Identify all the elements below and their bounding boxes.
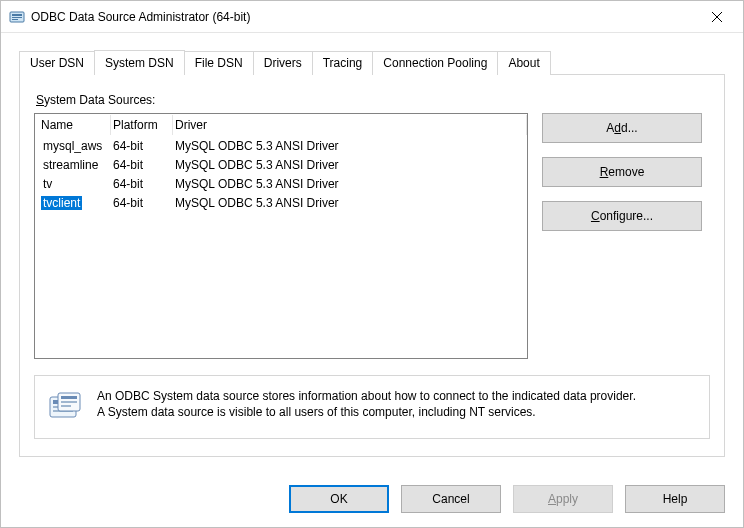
- cancel-button[interactable]: Cancel: [401, 485, 501, 513]
- svg-rect-1: [12, 14, 22, 16]
- window-title: ODBC Data Source Administrator (64-bit): [31, 10, 695, 24]
- cell-platform: 64-bit: [111, 177, 173, 191]
- main-row: Name Platform Driver mysql_aws 64-bit My…: [34, 113, 710, 359]
- cell-name: tv: [41, 177, 54, 191]
- cell-driver: MySQL ODBC 5.3 ANSI Driver: [173, 158, 527, 172]
- info-line2: A System data source is visible to all u…: [97, 404, 636, 420]
- tab-connection-pooling[interactable]: Connection Pooling: [372, 51, 498, 75]
- apply-button[interactable]: Apply: [513, 485, 613, 513]
- cell-platform: 64-bit: [111, 196, 173, 210]
- close-button[interactable]: [695, 2, 739, 32]
- cell-platform: 64-bit: [111, 139, 173, 153]
- remove-button[interactable]: Remove: [542, 157, 702, 187]
- tabstrip: User DSN System DSN File DSN Drivers Tra…: [19, 49, 725, 74]
- cell-driver: MySQL ODBC 5.3 ANSI Driver: [173, 177, 527, 191]
- close-icon: [712, 12, 722, 22]
- section-label: System Data Sources:: [36, 93, 710, 107]
- datasource-icon: [47, 390, 83, 426]
- header-name[interactable]: Name: [39, 115, 111, 135]
- info-text: An ODBC System data source stores inform…: [97, 388, 636, 420]
- help-button[interactable]: Help: [625, 485, 725, 513]
- dsn-listbox[interactable]: Name Platform Driver mysql_aws 64-bit My…: [34, 113, 528, 359]
- cell-name: streamline: [41, 158, 100, 172]
- table-row[interactable]: mysql_aws 64-bit MySQL ODBC 5.3 ANSI Dri…: [35, 136, 527, 155]
- svg-rect-13: [61, 405, 71, 407]
- svg-rect-3: [12, 19, 18, 20]
- tab-file-dsn[interactable]: File DSN: [184, 51, 254, 75]
- titlebar: ODBC Data Source Administrator (64-bit): [1, 1, 743, 33]
- list-header: Name Platform Driver: [35, 114, 527, 136]
- tab-system-dsn[interactable]: System DSN: [94, 50, 185, 75]
- tab-tracing[interactable]: Tracing: [312, 51, 374, 75]
- svg-rect-12: [61, 401, 77, 403]
- list-rows: mysql_aws 64-bit MySQL ODBC 5.3 ANSI Dri…: [35, 136, 527, 212]
- svg-rect-11: [61, 396, 77, 399]
- tab-user-dsn[interactable]: User DSN: [19, 51, 95, 75]
- info-line1: An ODBC System data source stores inform…: [97, 388, 636, 404]
- table-row[interactable]: streamline 64-bit MySQL ODBC 5.3 ANSI Dr…: [35, 155, 527, 174]
- header-platform[interactable]: Platform: [111, 115, 173, 135]
- header-driver[interactable]: Driver: [173, 115, 527, 135]
- add-button[interactable]: Add...: [542, 113, 702, 143]
- info-box: An ODBC System data source stores inform…: [34, 375, 710, 439]
- tabpage-system-dsn: System Data Sources: Name Platform Drive…: [19, 74, 725, 457]
- tab-about[interactable]: About: [497, 51, 550, 75]
- cell-name: tvclient: [41, 196, 82, 210]
- client-area: User DSN System DSN File DSN Drivers Tra…: [1, 33, 743, 471]
- app-icon: [9, 9, 25, 25]
- odbc-admin-window: ODBC Data Source Administrator (64-bit) …: [0, 0, 744, 528]
- cell-driver: MySQL ODBC 5.3 ANSI Driver: [173, 196, 527, 210]
- dialog-footer: OK Cancel Apply Help: [1, 471, 743, 527]
- cell-driver: MySQL ODBC 5.3 ANSI Driver: [173, 139, 527, 153]
- configure-button[interactable]: Configure...: [542, 201, 702, 231]
- cell-platform: 64-bit: [111, 158, 173, 172]
- svg-rect-2: [12, 17, 22, 18]
- table-row[interactable]: tvclient 64-bit MySQL ODBC 5.3 ANSI Driv…: [35, 193, 527, 212]
- cell-name: mysql_aws: [41, 139, 104, 153]
- ok-button[interactable]: OK: [289, 485, 389, 513]
- side-buttons: Add... Remove Configure...: [542, 113, 702, 359]
- tab-drivers[interactable]: Drivers: [253, 51, 313, 75]
- table-row[interactable]: tv 64-bit MySQL ODBC 5.3 ANSI Driver: [35, 174, 527, 193]
